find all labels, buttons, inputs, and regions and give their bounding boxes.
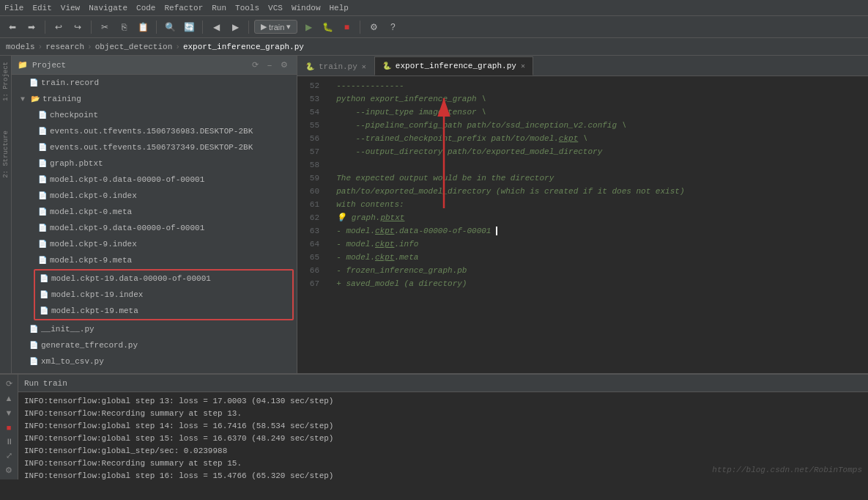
tree-item-ckpt9-index[interactable]: 📄 model.ckpt-9.index — [12, 236, 297, 252]
run-pause-btn[interactable]: ⏸ — [1, 435, 16, 448]
tree-item-ckpt19-data[interactable]: 📄 model.ckpt-19.data-00000-of-00001 — [35, 271, 292, 287]
tree-item-ckpt0-meta[interactable]: 📄 model.ckpt-0.meta — [12, 204, 297, 220]
tree-item-generate[interactable]: 📄 generate_tfrecord.py — [12, 337, 297, 353]
main-layout: 1: Project 2: Structure 📁 Project ⟳ − ⚙ … — [0, 56, 868, 373]
code-line-58: 58 — [297, 158, 868, 172]
code-line-60: 60 path/to/exported_model_directory (whi… — [297, 185, 868, 198]
sidebar-structure-label[interactable]: 2: Structure — [2, 128, 10, 181]
toolbar-replace-btn[interactable]: 🔄 — [181, 19, 197, 35]
code-line-53: 53 python export_inference_graph \ — [297, 92, 868, 106]
tree-label: xml_to_csv.py — [41, 357, 104, 366]
run-stop-btn[interactable]: ■ — [1, 421, 16, 434]
tree-label: model.ckpt-19.data-00000-of-00001 — [51, 274, 211, 283]
code-editor[interactable]: 52 -------------- 53 python export_infer… — [297, 76, 868, 373]
file-tree-dropdown-icon: 📁 — [18, 60, 28, 70]
menu-code[interactable]: Code — [136, 4, 155, 12]
tree-label: checkpoint — [50, 111, 98, 120]
tree-item-checkpoint[interactable]: 📄 checkpoint — [12, 107, 297, 123]
tree-item-tutorials[interactable]: ▶ 📁 tutorials — [12, 370, 297, 373]
menu-help[interactable]: Help — [330, 4, 349, 12]
tree-item-ckpt19-index[interactable]: 📄 model.ckpt-19.index — [35, 287, 292, 303]
tree-label: model.ckpt-9.index — [50, 240, 137, 249]
menu-tools[interactable]: Tools — [235, 4, 259, 12]
toolbar-debug-btn[interactable]: 🐛 — [319, 19, 335, 35]
run-settings-btn[interactable]: ⚙ — [1, 463, 16, 477]
toolbar-redo-btn[interactable]: ↪ — [70, 19, 86, 35]
menu-run[interactable]: Run — [212, 4, 226, 12]
sidebar-project-label[interactable]: 1: Project — [2, 59, 10, 104]
tree-item-graph-pbtxt[interactable]: 📄 graph.pbtxt — [12, 155, 297, 172]
line-number: 57 — [297, 145, 327, 158]
file-icon: 📄 — [38, 224, 47, 232]
file-icon: 📄 — [29, 78, 38, 87]
toolbar-cut-btn[interactable]: ✂ — [97, 19, 113, 35]
run-up-btn[interactable]: ▲ — [1, 392, 16, 405]
tab-close-btn[interactable]: ✕ — [521, 62, 525, 70]
tree-label: events.out.tfevents.1506737349.DESKTOP-2… — [50, 143, 253, 152]
tree-item-train-record[interactable]: 📄 train.record — [12, 75, 297, 91]
breadcrumb-models[interactable]: models — [6, 43, 35, 51]
tree-item-ckpt0-data[interactable]: 📄 model.ckpt-0.data-00000-of-00001 — [12, 172, 297, 188]
tree-label: generate_tfrecord.py — [41, 341, 138, 350]
file-tree: 📁 Project ⟳ − ⚙ 📄 train.record ▼ 📂 train… — [12, 56, 297, 373]
tab-train-py[interactable]: 🐍 train.py ✕ — [297, 56, 374, 76]
tree-item-events2[interactable]: 📄 events.out.tfevents.1506737349.DESKTOP… — [12, 139, 297, 155]
tree-item-ckpt0-index[interactable]: 📄 model.ckpt-0.index — [12, 188, 297, 204]
tree-item-events1[interactable]: 📄 events.out.tfevents.1506736983.DESKTOP… — [12, 123, 297, 139]
menu-refactor[interactable]: Refactor — [164, 4, 203, 12]
toolbar-paste-btn[interactable]: 📋 — [135, 19, 151, 35]
tree-sync-btn[interactable]: ⟳ — [248, 59, 261, 72]
run-config-name: train — [43, 379, 67, 388]
toolbar-copy-btn[interactable]: ⎘ — [116, 19, 132, 35]
tree-label: model.ckpt-0.meta — [50, 207, 132, 216]
line-content: python export_inference_graph \ — [327, 92, 868, 106]
toolbar-help-btn[interactable]: ? — [385, 19, 401, 35]
breadcrumb-object-detection[interactable]: object_detection — [95, 43, 173, 51]
run-panel-log[interactable]: INFO:tensorflow:global step 13: loss = 1… — [18, 392, 868, 479]
breadcrumb-research[interactable]: research — [45, 43, 84, 51]
run-expand-btn[interactable]: ⤢ — [1, 449, 16, 463]
menu-vcs[interactable]: VCS — [268, 4, 283, 12]
toolbar-prev-btn[interactable]: ◀ — [208, 19, 224, 35]
tree-gear-btn[interactable]: ⚙ — [278, 59, 291, 72]
line-number: 62 — [297, 211, 327, 224]
line-content: -------------- — [327, 79, 868, 92]
toolbar-undo-btn[interactable]: ↩ — [51, 19, 67, 35]
toolbar-settings-btn[interactable]: ⚙ — [366, 19, 382, 35]
run-config-btn[interactable]: ▶ train ▾ — [254, 20, 297, 34]
line-number: 65 — [297, 251, 327, 264]
menu-navigate[interactable]: Navigate — [89, 4, 127, 12]
toolbar-back-btn[interactable]: ⬅ — [4, 19, 21, 35]
breadcrumb-file[interactable]: export_inference_graph.py — [183, 43, 304, 51]
tree-item-xml-csv[interactable]: 📄 xml_to_csv.py — [12, 353, 297, 370]
line-content: --trained_checkpoint_prefix path/to/mode… — [327, 132, 868, 145]
tree-item-ckpt9-data[interactable]: 📄 model.ckpt-9.data-00000-of-00001 — [12, 220, 297, 236]
menu-view[interactable]: View — [61, 4, 80, 12]
toolbar-stop-btn[interactable]: ■ — [338, 19, 355, 35]
run-down-btn[interactable]: ▼ — [1, 406, 16, 419]
line-number: 52 — [297, 79, 327, 92]
line-number: 58 — [297, 158, 327, 172]
tree-label: model.ckpt-19.meta — [51, 306, 138, 315]
tree-item-init[interactable]: 📄 __init__.py — [12, 321, 297, 337]
tab-close-btn[interactable]: ✕ — [362, 62, 366, 71]
toolbar-forward-btn[interactable]: ➡ — [23, 19, 40, 35]
toolbar-sep-1 — [45, 21, 45, 34]
tab-export-py[interactable]: 🐍 export_inference_graph.py ✕ — [374, 56, 533, 76]
file-icon: 📄 — [38, 127, 47, 136]
tree-collapse-btn[interactable]: − — [263, 59, 276, 72]
toolbar-next-btn[interactable]: ▶ — [227, 19, 243, 35]
toolbar-run-btn[interactable]: ▶ — [300, 19, 316, 35]
tree-item-training[interactable]: ▼ 📂 training — [12, 91, 297, 107]
menu-edit[interactable]: Edit — [32, 4, 51, 12]
tree-label: model.ckpt-19.index — [51, 290, 143, 299]
tree-item-ckpt19-meta[interactable]: 📄 model.ckpt-19.meta — [35, 303, 292, 319]
csdn-watermark: http://blog.csdn.net/RobinTomps — [712, 464, 862, 477]
menu-window[interactable]: Window — [292, 4, 321, 12]
run-restart-btn[interactable]: ⟳ — [1, 378, 16, 391]
file-icon: 📄 — [38, 143, 47, 152]
file-icon: 📄 — [38, 191, 47, 200]
toolbar-find-btn[interactable]: 🔍 — [162, 19, 178, 35]
tree-item-ckpt9-meta[interactable]: 📄 model.ckpt-9.meta — [12, 252, 297, 268]
menu-file[interactable]: File — [4, 4, 23, 12]
